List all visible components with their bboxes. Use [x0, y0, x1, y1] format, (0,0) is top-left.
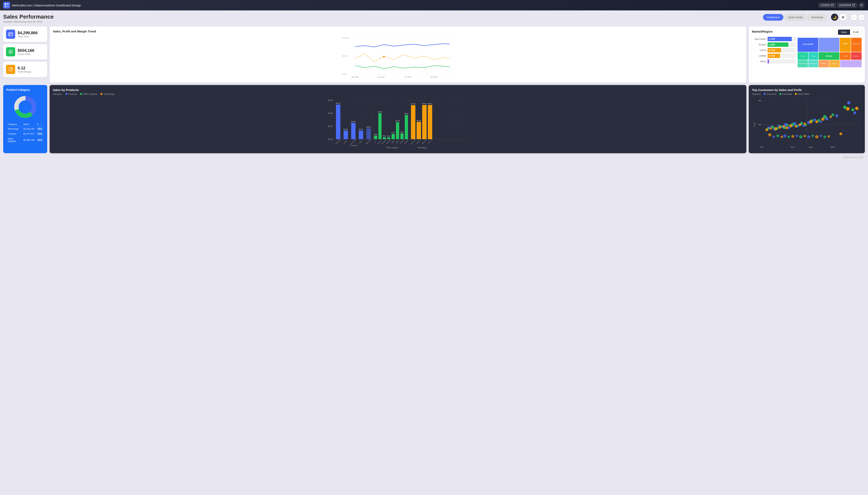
- col-sales-header: Sales: [22, 122, 36, 126]
- svg-point-177: [798, 123, 801, 126]
- svg-rect-1: [7, 3, 9, 5]
- svg-text:$1,000K: $1,000K: [343, 37, 349, 39]
- market-header: Market/Region Sales Profit: [752, 30, 862, 35]
- svg-point-152: [853, 112, 856, 114]
- table-row: Furniture $1,377,917 32%: [6, 132, 44, 136]
- svg-rect-111: [411, 105, 415, 139]
- svg-point-180: [815, 120, 818, 123]
- date-end-input[interactable]: 12/31/2015: [837, 3, 857, 7]
- dashboard-nav-btn[interactable]: Dashboard: [763, 14, 783, 21]
- market-region-card: Market/Region Sales Profit Asia Pacific …: [749, 27, 865, 83]
- legend-consumer: Consumer: [764, 93, 777, 95]
- gross-profit-label: Gross Profit: [18, 53, 34, 56]
- bar-row-europe: Europe 1.18M: [752, 42, 796, 47]
- bottom-grid: Product Category: [3, 85, 865, 153]
- svg-rect-12: [9, 33, 13, 36]
- svg-text:$31K: $31K: [383, 135, 386, 137]
- svg-point-199: [820, 135, 822, 137]
- bar-track: 0.71M: [768, 54, 796, 58]
- svg-text:Accessories: Accessories: [410, 139, 416, 145]
- profit-margin-icon: [6, 65, 15, 74]
- total-sales-label: Total Sales: [18, 35, 38, 38]
- svg-rect-4: [831, 4, 834, 6]
- svg-text:Labels: Labels: [391, 140, 395, 144]
- svg-text:E Asia: E Asia: [812, 55, 815, 57]
- download-nav-btn[interactable]: Download: [807, 14, 827, 21]
- svg-point-194: [799, 135, 802, 138]
- svg-point-182: [830, 116, 832, 118]
- moon-icon-btn[interactable]: 🌙: [831, 14, 838, 21]
- total-sales-icon: [6, 30, 15, 39]
- bar-label: Africa: [752, 60, 766, 63]
- svg-text:$243K: $243K: [351, 121, 356, 122]
- svg-rect-2: [5, 5, 6, 7]
- svg-text:$260K: $260K: [416, 120, 421, 121]
- svg-text:Appliances: Appliances: [365, 139, 371, 145]
- svg-rect-100: [396, 122, 399, 139]
- svg-point-185: [855, 107, 858, 110]
- svg-text:Bookcases: Bookcases: [335, 139, 341, 145]
- bar-track: [768, 59, 796, 64]
- kpi-column: $4,299,866 Total Sales $ $504,166 Gross …: [3, 27, 47, 83]
- svg-point-183: [839, 132, 842, 135]
- svg-text:LATAM: LATAM: [843, 55, 848, 57]
- svg-rect-54: [840, 60, 862, 67]
- header-left: Metricalist.com | Glassmorphism Dashboar…: [3, 2, 81, 8]
- svg-point-181: [821, 118, 824, 121]
- svg-rect-71: [344, 131, 348, 139]
- products-title: Sales by Products: [53, 88, 743, 91]
- svg-text:SE Asia: SE Asia: [801, 55, 805, 57]
- market-profit-toggle[interactable]: Profit: [850, 30, 862, 35]
- svg-text:Furnishings: Furnishings: [350, 139, 356, 145]
- table-row: Office Supplies $1,305,790 30%: [6, 136, 44, 144]
- svg-text:$0K: $0K: [761, 146, 764, 148]
- svg-point-191: [788, 136, 790, 138]
- svg-rect-91: [383, 137, 386, 139]
- svg-point-198: [815, 135, 818, 138]
- svg-text:Furniture: Furniture: [350, 144, 357, 147]
- market-sales-toggle[interactable]: Sales: [838, 30, 850, 35]
- svg-point-179: [809, 120, 812, 123]
- svg-point-171: [774, 127, 778, 131]
- nav-forward-btn[interactable]: →: [858, 14, 865, 20]
- svg-rect-0: [5, 3, 6, 5]
- date-start-input[interactable]: 1/1/2015: [819, 3, 836, 7]
- profit-margin-value: 0.12: [18, 66, 31, 70]
- svg-rect-14: [9, 34, 10, 35]
- gross-profit-value: $504,166: [18, 48, 34, 53]
- refresh-icon-btn[interactable]: ⟳: [858, 2, 865, 8]
- svg-rect-68: [336, 105, 340, 139]
- market-content: Asia Pacific 1.37M Europe 1.18M USCA: [752, 37, 862, 69]
- gross-profit-kpi: $ $504,166 Gross Profit: [3, 44, 47, 59]
- main-content: Sales Performance Updated: Wednesday, Ap…: [0, 11, 868, 163]
- quick-guide-nav-btn[interactable]: Quick Guide: [785, 14, 806, 21]
- gross-profit-icon: $: [6, 47, 15, 56]
- logo-icon: [3, 2, 10, 8]
- products-legend: Category Furniture Office Supplies Techn…: [53, 93, 743, 95]
- svg-point-174: [785, 126, 788, 129]
- svg-text:$20K: $20K: [831, 146, 835, 148]
- svg-rect-31: [819, 38, 839, 52]
- col-category-header: Category: [6, 122, 22, 126]
- svg-rect-117: [422, 105, 427, 139]
- app-title: Metricalist.com | Glassmorphism Dashboar…: [12, 4, 81, 7]
- profit-margin-kpi: 0.12 Profit Margin: [3, 62, 47, 77]
- svg-text:Caribbe...: Caribbe...: [832, 63, 838, 64]
- svg-text:South A...: South A...: [853, 55, 859, 57]
- svg-text:Art: Art: [374, 141, 377, 143]
- treemap-container: Asia Pacific USCA Eastern US SE Asia E A…: [798, 37, 862, 69]
- bar-row-usca: USCA 0.76M: [752, 48, 796, 52]
- svg-text:$86K: $86K: [400, 132, 404, 133]
- svg-point-28: [383, 56, 385, 57]
- svg-text:$552K: $552K: [422, 103, 427, 105]
- svg-rect-3: [7, 5, 9, 7]
- nav-back-btn[interactable]: ←: [851, 14, 857, 20]
- svg-point-187: [772, 136, 775, 138]
- svg-text:Central Am...: Central Am...: [820, 63, 828, 64]
- svg-text:$128K: $128K: [344, 129, 348, 130]
- svg-text:Copiers: Copiers: [416, 140, 421, 144]
- settings-icon-btn[interactable]: ⚙: [839, 14, 847, 21]
- svg-point-201: [828, 135, 830, 138]
- svg-point-167: [843, 106, 846, 109]
- svg-text:Technology: Technology: [417, 147, 427, 149]
